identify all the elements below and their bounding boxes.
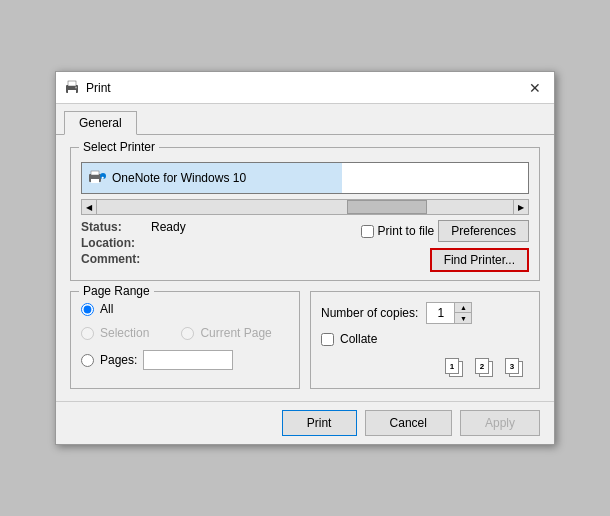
printer-icon-item: ●: [88, 170, 106, 186]
status-section: Status: Ready Location: Comment: Print t…: [81, 220, 529, 272]
status-key: Status:: [81, 220, 151, 234]
scroll-thumb[interactable]: [347, 200, 427, 214]
dialog-title: Print: [86, 81, 111, 95]
current-page-radio-label[interactable]: Current Page: [200, 326, 271, 340]
collate-icon-group: 1 1 2 2 3 3: [321, 358, 529, 380]
tabs-row: General: [56, 104, 554, 135]
printer-name: OneNote for Windows 10: [112, 171, 246, 185]
copies-input-wrap: ▲ ▼: [426, 302, 472, 324]
select-printer-label: Select Printer: [79, 140, 159, 154]
collate-row: Collate: [321, 332, 529, 346]
status-value: Ready: [151, 220, 186, 234]
copies-input[interactable]: [427, 303, 455, 323]
scroll-left-arrow[interactable]: ◀: [81, 199, 97, 215]
page-range-label: Page Range: [79, 284, 154, 298]
preferences-button[interactable]: Preferences: [438, 220, 529, 242]
pages-row: Pages:: [81, 350, 289, 370]
tab-general[interactable]: General: [64, 111, 137, 135]
collate-checkbox[interactable]: [321, 333, 334, 346]
dialog-body: Select Printer ● OneNote for Wind: [56, 135, 554, 401]
select-printer-group: Select Printer ● OneNote for Wind: [70, 147, 540, 281]
collate-label[interactable]: Collate: [340, 332, 377, 346]
title-bar: Print ✕: [56, 72, 554, 104]
svg-rect-5: [91, 179, 99, 183]
svg-text:●: ●: [101, 174, 104, 180]
page-2-front: 2: [475, 358, 489, 374]
pages-input[interactable]: [143, 350, 233, 370]
all-radio-label[interactable]: All: [100, 302, 113, 316]
print-button[interactable]: Print: [282, 410, 357, 436]
collate-pages-1: 1 1: [445, 358, 469, 380]
svg-point-3: [75, 86, 77, 88]
selection-radio[interactable]: [81, 327, 94, 340]
copies-label: Number of copies:: [321, 306, 418, 320]
copies-down-button[interactable]: ▼: [455, 313, 471, 323]
printer-item-onenote[interactable]: ● OneNote for Windows 10: [82, 163, 342, 193]
copies-up-button[interactable]: ▲: [455, 303, 471, 313]
selection-radio-row: Selection Current Page: [81, 326, 289, 340]
all-radio[interactable]: [81, 303, 94, 316]
scroll-track[interactable]: [97, 199, 513, 215]
close-button[interactable]: ✕: [524, 77, 546, 99]
pages-label[interactable]: Pages:: [100, 353, 137, 367]
print-to-file-row: Print to file Preferences: [361, 220, 529, 242]
apply-button[interactable]: Apply: [460, 410, 540, 436]
location-row: Location:: [81, 236, 361, 250]
radio-group: All Selection Current Page Pages:: [81, 302, 289, 370]
svg-rect-6: [91, 171, 99, 175]
title-bar-left: Print: [64, 80, 111, 96]
lower-row: Page Range All Selection Current Page: [70, 291, 540, 389]
copies-group: Number of copies: ▲ ▼ Collate: [310, 291, 540, 389]
svg-rect-2: [68, 81, 76, 86]
svg-rect-1: [68, 90, 76, 94]
collate-pages-3: 3 3: [505, 358, 529, 380]
print-to-file-checkbox[interactable]: [361, 225, 374, 238]
collate-pages-2: 2 2: [475, 358, 499, 380]
pages-radio[interactable]: [81, 354, 94, 367]
copies-row: Number of copies: ▲ ▼: [321, 302, 529, 324]
printer-icon: [64, 80, 80, 96]
comment-key: Comment:: [81, 252, 151, 266]
print-to-file-label[interactable]: Print to file: [378, 224, 435, 238]
page-range-group: Page Range All Selection Current Page: [70, 291, 300, 389]
print-dialog: Print ✕ General Select Printer: [55, 71, 555, 445]
location-key: Location:: [81, 236, 151, 250]
all-radio-row: All: [81, 302, 289, 316]
page-3-front: 3: [505, 358, 519, 374]
selection-radio-label[interactable]: Selection: [100, 326, 149, 340]
find-printer-button[interactable]: Find Printer...: [430, 248, 529, 272]
dialog-footer: Print Cancel Apply: [56, 401, 554, 444]
status-labels-col: Status: Ready Location: Comment:: [81, 220, 361, 266]
printer-list-scrollbar[interactable]: ◀ ▶: [81, 198, 529, 216]
scroll-right-arrow[interactable]: ▶: [513, 199, 529, 215]
printer-list[interactable]: ● OneNote for Windows 10: [81, 162, 529, 194]
page-1-front: 1: [445, 358, 459, 374]
comment-row: Comment:: [81, 252, 361, 266]
cancel-button[interactable]: Cancel: [365, 410, 452, 436]
current-page-radio[interactable]: [181, 327, 194, 340]
copies-spin-buttons: ▲ ▼: [455, 303, 471, 323]
status-row: Status: Ready: [81, 220, 361, 234]
right-col: Print to file Preferences Find Printer..…: [361, 220, 529, 272]
